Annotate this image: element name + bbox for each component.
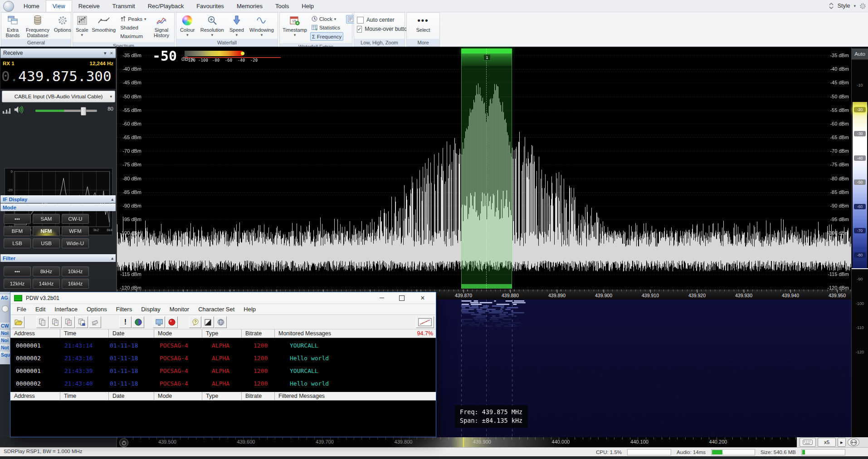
- filter-button-2[interactable]: 10kHz: [62, 266, 89, 276]
- extra-bands-button[interactable]: Extra Bands: [2, 13, 23, 39]
- audio-device-dropdown[interactable]: CABLE Input (VB-Audio Virtual Cable) ▾: [2, 91, 115, 102]
- statistics-button[interactable]: 9 Statistics: [310, 24, 343, 31]
- settings-gear-icon[interactable]: [859, 3, 866, 10]
- pdw-filtered-column-label[interactable]: Filtered Messages: [275, 392, 436, 400]
- pdw-column-1[interactable]: Time: [60, 329, 109, 338]
- pdw-filtered-column-4[interactable]: Type: [202, 392, 242, 400]
- eq-bars-icon[interactable]: [3, 107, 10, 114]
- collapsed-section-0[interactable]: AG: [0, 295, 10, 301]
- recenter-icon[interactable]: [848, 438, 859, 447]
- step-right-icon[interactable]: ▸: [838, 438, 846, 447]
- globe-icon[interactable]: [215, 316, 227, 328]
- filter-button-3[interactable]: 12kHz: [4, 279, 31, 289]
- ribbon-tab-8[interactable]: Help: [295, 0, 320, 12]
- pdw-column-5[interactable]: Bitrate: [242, 329, 275, 338]
- range-tick-11[interactable]: -120: [852, 350, 868, 354]
- channel-marker[interactable]: 1: [483, 54, 491, 61]
- collapsed-section-5[interactable]: Squ: [0, 352, 10, 358]
- globe-colored-icon[interactable]: [132, 316, 144, 328]
- waterfall-palette-bar[interactable]: [185, 51, 243, 56]
- speed-button[interactable]: Speed ▾: [228, 13, 246, 39]
- collapsed-section-3[interactable]: Noi: [0, 337, 10, 344]
- collapsed-section-1[interactable]: CW: [0, 323, 10, 329]
- pdw-filtered-area[interactable]: [10, 401, 436, 437]
- tuned-frequency[interactable]: 0.439.875.300: [1, 68, 112, 84]
- pdw-message-row-2[interactable]: 0000001 21:43:39 01-11-18 POCSAG-4 ALPHA…: [10, 365, 436, 377]
- channel-band-top-cap[interactable]: [461, 48, 512, 53]
- chevron-up-icon[interactable]: ▴: [111, 256, 113, 261]
- ribbon-tab-3[interactable]: Transmit: [106, 0, 141, 12]
- pdw-filtered-column-2[interactable]: Date: [109, 392, 154, 400]
- ribbon-tab-7[interactable]: Tools: [269, 0, 295, 12]
- channel-selection-band[interactable]: [461, 48, 512, 289]
- filter-button-4[interactable]: 14kHz: [33, 279, 60, 289]
- timestamp-button[interactable]: 15 Timestamp ▾: [281, 13, 309, 43]
- pdw-window[interactable]: PDW v3.2b01 × FileEditInterfaceOptionsFi…: [10, 292, 436, 437]
- filter-button-5[interactable]: 16kHz: [62, 279, 89, 289]
- range-tick-3[interactable]: -40: [854, 155, 866, 161]
- range-tick-0[interactable]: -10: [852, 83, 868, 87]
- pdw-menu-6[interactable]: Monitor: [165, 306, 194, 313]
- mode-button-2[interactable]: CW-U: [62, 214, 89, 224]
- pdw-message-row-0[interactable]: 0000001 21:43:14 01-11-18 POCSAG-4 ALPHA…: [10, 339, 436, 352]
- mode-button-0[interactable]: •••: [4, 214, 31, 224]
- peaks-button[interactable]: Peaks ▾: [119, 15, 148, 23]
- volume-slider-thumb[interactable]: [81, 107, 86, 116]
- invert-video-icon[interactable]: [202, 316, 214, 328]
- mode-button-4[interactable]: NFM: [33, 226, 60, 236]
- pdw-menu-8[interactable]: Help: [239, 306, 260, 313]
- volume-slider[interactable]: [35, 110, 97, 112]
- checkbox-icon[interactable]: ✓: [357, 26, 362, 33]
- pdw-filtered-column-0[interactable]: Address: [10, 392, 60, 400]
- maximum-button[interactable]: Maximum: [119, 32, 148, 40]
- maximize-button[interactable]: [394, 292, 410, 304]
- receive-panel-header[interactable]: Receive ▾ ×: [0, 48, 116, 58]
- collapsed-section-4[interactable]: Not: [0, 344, 10, 351]
- close-button[interactable]: ×: [415, 292, 430, 304]
- range-tick-8[interactable]: -90: [852, 277, 868, 281]
- pdw-menu-5[interactable]: Display: [137, 306, 165, 313]
- mode-button-7[interactable]: USB: [33, 238, 60, 248]
- frequency-database-button[interactable]: Frequency Database: [23, 13, 52, 39]
- select-button[interactable]: ••• Select: [414, 13, 432, 39]
- range-tick-9[interactable]: -100: [852, 301, 868, 306]
- ribbon-collapse-icon[interactable]: [829, 3, 834, 9]
- range-tick-1[interactable]: -20: [854, 107, 866, 112]
- windowing-button[interactable]: Windowing ▾: [248, 13, 276, 39]
- range-tick-6[interactable]: -70: [854, 228, 866, 233]
- filter-button-0[interactable]: •••: [4, 266, 31, 276]
- options-button[interactable]: Options: [52, 13, 73, 39]
- zoom-step-button[interactable]: x5: [818, 438, 836, 447]
- collapsed-round-button[interactable]: [2, 305, 9, 312]
- range-tick-10[interactable]: -110: [852, 325, 868, 330]
- eraser-icon[interactable]: [89, 316, 101, 328]
- pdw-filtered-column-1[interactable]: Time: [60, 392, 109, 400]
- app-menu-button[interactable]: [3, 1, 14, 12]
- ribbon-tab-0[interactable]: Home: [17, 0, 46, 12]
- ribbon-tab-6[interactable]: Memories: [230, 0, 269, 12]
- band-navigation-bar[interactable]: 439.500439.600439.700439.800439.900440.0…: [117, 437, 868, 447]
- mode-button-6[interactable]: LSB: [4, 238, 31, 248]
- range-tick-5[interactable]: -60: [854, 204, 866, 209]
- mode-header[interactable]: Mode: [0, 203, 116, 211]
- shaded-button[interactable]: Shaded: [119, 24, 148, 31]
- colour-button[interactable]: Colour ▾: [178, 13, 196, 39]
- pdw-filtered-column-5[interactable]: Bitrate: [242, 392, 275, 400]
- pdw-monitored-column[interactable]: Monitored Messages: [275, 329, 408, 338]
- pdw-filtered-column-3[interactable]: Mode: [154, 392, 202, 400]
- pdw-menu-1[interactable]: Edit: [31, 306, 50, 313]
- chevron-up-icon[interactable]: ▴: [111, 197, 113, 202]
- copy-page-icon[interactable]: [49, 316, 62, 328]
- style-menu[interactable]: Style: [838, 3, 850, 9]
- save-log-icon[interactable]: [76, 316, 88, 328]
- range-tick-7[interactable]: -80: [854, 252, 866, 258]
- open-folder-icon[interactable]: [12, 316, 24, 328]
- mode-button-1[interactable]: SAM: [33, 214, 60, 224]
- filter-button-1[interactable]: 8kHz: [33, 266, 60, 276]
- pdw-menu-0[interactable]: File: [12, 306, 31, 313]
- help-balloon-icon[interactable]: ?: [189, 316, 201, 328]
- ribbon-tab-5[interactable]: Favourites: [190, 0, 230, 12]
- pdw-title-bar[interactable]: PDW v3.2b01 ×: [10, 292, 436, 304]
- checkbox-row-1[interactable]: ✓ Mouse-over buttons: [357, 24, 402, 34]
- pdw-monitored-header[interactable]: AddressTimeDateModeTypeBitrate Monitored…: [10, 329, 436, 338]
